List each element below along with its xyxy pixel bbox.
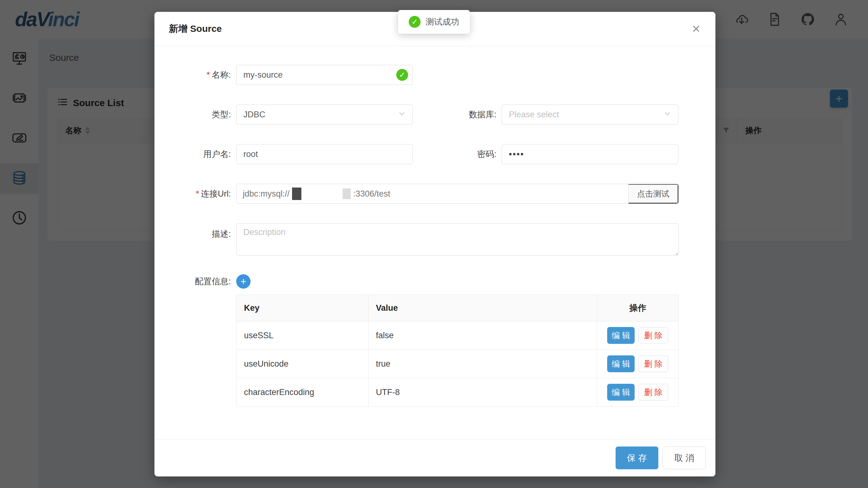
key-header: Key	[237, 295, 369, 322]
name-input[interactable]	[236, 65, 413, 85]
database-select[interactable]: Please select	[502, 104, 678, 124]
modal-title: 新增 Source	[169, 23, 222, 35]
config-actions: 编 辑删 除	[597, 378, 679, 406]
edit-button[interactable]: 编 辑	[607, 327, 634, 344]
name-label: *名称:	[154, 69, 231, 81]
test-connection-button[interactable]: 点击测试	[628, 184, 678, 204]
password-field-wrap	[502, 144, 678, 164]
database-select-placeholder: Please select	[509, 110, 559, 120]
config-label: 配置信息:	[154, 276, 231, 287]
required-mark: *	[196, 189, 199, 199]
config-value: true	[368, 350, 597, 378]
action-header: 操作	[597, 295, 679, 322]
config-table: Key Value 操作 useSSL false 编 辑删 除 useUn	[236, 295, 679, 406]
config-table-header-row: Key Value 操作	[237, 295, 679, 322]
required-mark: *	[207, 70, 210, 80]
chevron-down-icon	[663, 109, 672, 120]
check-circle-icon: ✓	[409, 16, 421, 28]
delete-button[interactable]: 删 除	[638, 384, 668, 401]
close-icon[interactable]: ×	[687, 20, 705, 37]
table-row: useSSL false 编 辑删 除	[237, 322, 679, 350]
redacted-host-block-2	[343, 188, 351, 199]
username-label: 用户名:	[154, 149, 231, 160]
type-field-wrap: JDBC	[236, 104, 413, 124]
davinci-app-screen: daVinci	[0, 0, 868, 488]
connection-url-input[interactable]: jdbc:mysql:// :3306/test	[237, 184, 628, 204]
config-actions: 编 辑删 除	[597, 350, 679, 378]
cancel-button[interactable]: 取 消	[663, 447, 706, 469]
table-row: characterEncoding UTF-8 编 辑删 除	[237, 378, 679, 406]
url-label: *连接Url:	[154, 188, 231, 200]
type-database-row: 类型: JDBC 数据库: Please select	[154, 104, 715, 124]
success-toast: ✓ 测试成功	[398, 10, 470, 34]
delete-button[interactable]: 删 除	[638, 327, 668, 344]
password-input[interactable]	[502, 144, 678, 164]
type-select[interactable]: JDBC	[236, 104, 413, 124]
add-source-modal: 新增 Source × *名称: ✓ 类型: JDBC 数据库:	[154, 12, 715, 477]
description-textarea[interactable]	[236, 223, 679, 255]
username-input[interactable]	[236, 144, 413, 164]
description-label: 描述:	[154, 223, 231, 240]
name-form-row: *名称: ✓	[154, 65, 715, 85]
database-label: 数据库:	[413, 109, 496, 120]
save-button[interactable]: 保 存	[616, 447, 658, 469]
value-header: Value	[368, 295, 597, 322]
type-select-value: JDBC	[243, 110, 266, 120]
valid-check-icon: ✓	[396, 69, 408, 81]
plus-icon: +	[241, 276, 247, 286]
config-value: UTF-8	[368, 378, 597, 406]
config-actions: 编 辑删 除	[597, 322, 679, 350]
modal-body: *名称: ✓ 类型: JDBC 数据库: Please selec	[154, 46, 715, 406]
database-field-wrap: Please select	[502, 104, 678, 124]
config-key: useUnicode	[237, 350, 369, 378]
url-suffix-text: :3306/test	[353, 189, 390, 199]
config-key: characterEncoding	[237, 378, 369, 406]
table-row: useUnicode true 编 辑删 除	[237, 350, 679, 378]
type-label: 类型:	[154, 109, 231, 120]
url-prefix-text: jdbc:mysql://	[243, 189, 289, 199]
description-row: 描述:	[154, 223, 715, 257]
url-row: *连接Url: jdbc:mysql:// :3306/test 点击测试	[154, 184, 715, 204]
modal-footer: 保 存 取 消	[154, 439, 715, 477]
name-field-wrap: ✓	[236, 65, 413, 85]
password-label: 密码:	[413, 149, 496, 160]
delete-button[interactable]: 删 除	[638, 356, 668, 372]
config-key: useSSL	[237, 322, 369, 350]
url-input-group: jdbc:mysql:// :3306/test 点击测试	[236, 184, 679, 204]
add-config-button[interactable]: +	[236, 274, 251, 288]
redacted-host-block	[292, 187, 301, 200]
edit-button[interactable]: 编 辑	[607, 356, 634, 372]
toast-message: 测试成功	[426, 16, 459, 27]
credentials-row: 用户名: 密码:	[154, 144, 715, 164]
config-value: false	[368, 322, 597, 350]
config-row: 配置信息: +	[154, 274, 715, 288]
chevron-down-icon	[398, 109, 406, 120]
username-field-wrap	[236, 144, 413, 164]
description-field-wrap	[236, 223, 679, 257]
edit-button[interactable]: 编 辑	[607, 384, 634, 401]
